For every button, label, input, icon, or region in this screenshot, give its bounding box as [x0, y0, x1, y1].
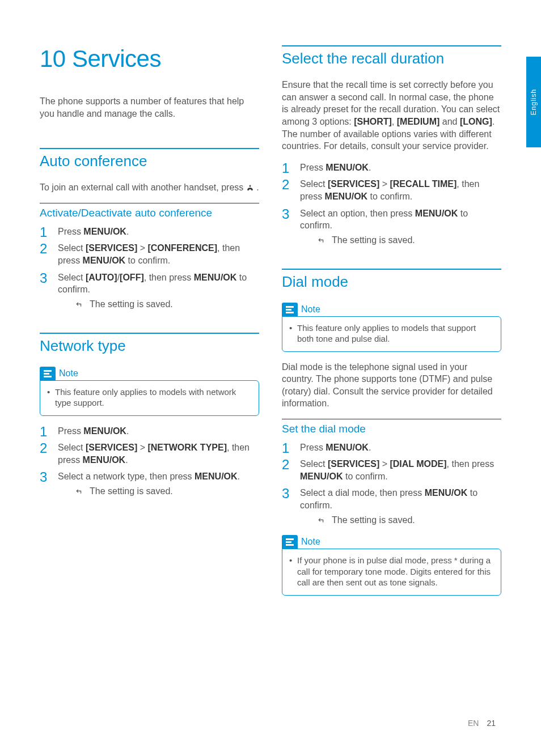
network-type-title: Network type: [40, 337, 259, 355]
footer-page-number: 21: [487, 719, 496, 728]
answer-icon: [246, 185, 254, 192]
svg-rect-0: [44, 370, 52, 372]
result-line: ↵The setting is saved.: [300, 234, 501, 247]
svg-rect-5: [286, 312, 294, 313]
page-footer: EN 21: [468, 719, 496, 728]
note-label: Note: [59, 368, 78, 379]
left-column: 10 Services The phone supports a number …: [40, 34, 259, 605]
svg-rect-2: [44, 376, 52, 377]
note-body: This feature only applies to models with…: [40, 380, 259, 416]
step-item: Select [SERVICES] > [DIAL MODE], then pr…: [282, 458, 501, 482]
subsection-rule: [282, 419, 501, 419]
step-item: Select [AUTO]/[OFF], then press MENU/OK …: [40, 271, 259, 311]
footer-lang: EN: [468, 719, 479, 728]
section-rule: [40, 333, 259, 334]
set-dial-mode-title: Set the dial mode: [282, 423, 501, 436]
svg-rect-1: [44, 373, 49, 375]
step-item: Select [SERVICES] > [NETWORK TYPE], then…: [40, 441, 259, 466]
note-body: This feature only applies to models that…: [282, 316, 501, 352]
recall-duration-title: Select the recall duration: [282, 50, 501, 67]
step-item: Press MENU/OK.: [282, 441, 501, 454]
result-line: ↵The setting is saved.: [300, 514, 501, 526]
chapter-name: Services: [72, 45, 161, 72]
step-item: Select a network type, then press MENU/O…: [40, 470, 259, 497]
step-item: Select [SERVICES] > [RECALL TIME], then …: [282, 178, 501, 202]
note-box: Note This feature only applies to models…: [40, 367, 259, 416]
arrow-icon: ↵: [76, 486, 83, 496]
section-rule: [282, 45, 501, 46]
note-label: Note: [301, 304, 320, 315]
note-header: Note: [282, 535, 501, 549]
svg-rect-3: [286, 306, 294, 308]
section-rule: [40, 148, 259, 149]
step-item: Select a dial mode, then press MENU/OK t…: [282, 487, 501, 526]
recall-steps: Press MENU/OK. Select [SERVICES] > [RECA…: [282, 162, 501, 247]
right-column: Select the recall duration Ensure that t…: [282, 34, 501, 605]
svg-rect-7: [286, 541, 291, 543]
dial-body: Dial mode is the telephone signal used i…: [282, 361, 501, 410]
dial-steps: Press MENU/OK. Select [SERVICES] > [DIAL…: [282, 441, 501, 526]
step-item: Select [SERVICES] > [CONFERENCE], then p…: [40, 242, 259, 266]
step-item: Press MENU/OK.: [40, 226, 259, 238]
arrow-icon: ↵: [76, 299, 83, 309]
activate-deactivate-title: Activate/Deactivate auto conference: [40, 207, 259, 220]
note-box: Note This feature only applies to models…: [282, 303, 501, 352]
note-text: If your phone is in pulse dial mode, pre…: [289, 555, 494, 588]
language-tab-label: English: [530, 89, 538, 115]
step-item: Press MENU/OK.: [282, 162, 501, 174]
result-line: ↵The setting is saved.: [58, 298, 259, 311]
columns: 10 Services The phone supports a number …: [40, 34, 501, 605]
note-icon: [282, 303, 298, 316]
section-rule: [282, 269, 501, 270]
chapter-title: 10 Services: [40, 45, 259, 73]
dial-mode-title: Dial mode: [282, 273, 501, 291]
recall-body: Ensure that the recall time is set corre…: [282, 79, 501, 152]
auto-conference-title: Auto conference: [40, 152, 259, 170]
svg-rect-8: [286, 544, 294, 546]
note-header: Note: [282, 303, 501, 316]
auto-conference-body: To join an external call with another ha…: [40, 181, 259, 194]
chapter-number: 10: [40, 45, 66, 72]
intro-text: The phone supports a number of features …: [40, 95, 259, 120]
language-tab: English: [526, 57, 541, 147]
svg-rect-6: [286, 538, 294, 540]
step-item: Press MENU/OK.: [40, 425, 259, 438]
arrow-icon: ↵: [318, 515, 325, 525]
auto-conf-steps: Press MENU/OK. Select [SERVICES] > [CONF…: [40, 226, 259, 311]
svg-rect-4: [286, 309, 291, 311]
network-steps: Press MENU/OK. Select [SERVICES] > [NETW…: [40, 425, 259, 498]
note-text: This feature only applies to models that…: [289, 322, 494, 345]
note-box: Note If your phone is in pulse dial mode…: [282, 535, 501, 596]
note-icon: [282, 535, 298, 549]
note-icon: [40, 367, 56, 380]
result-line: ↵The setting is saved.: [58, 485, 259, 498]
step-item: Select an option, then press MENU/OK to …: [282, 207, 501, 247]
page: English 10 Services The phone supports a…: [0, 0, 541, 756]
note-label: Note: [301, 537, 320, 547]
subsection-rule: [40, 203, 259, 203]
note-body: If your phone is in pulse dial mode, pre…: [282, 549, 501, 596]
note-header: Note: [40, 367, 259, 380]
arrow-icon: ↵: [318, 235, 325, 245]
note-text: This feature only applies to models with…: [47, 387, 252, 409]
